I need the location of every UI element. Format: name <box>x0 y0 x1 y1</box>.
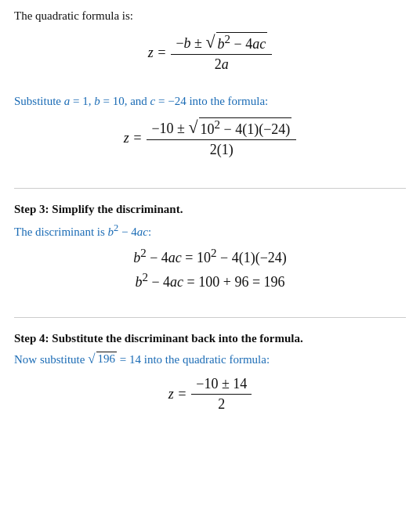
section-step4: Step 4: Substitute the discriminant back… <box>14 332 406 435</box>
divider-2 <box>14 317 406 318</box>
step3-heading: Step 3: Simplify the discriminant. <box>14 203 406 216</box>
section-quadratic-formula: The quadratic formula is: z = −b ± √ b2 … <box>14 9 406 95</box>
sqrt-196-inline: √ 196 <box>88 352 117 366</box>
numerator-final: −10 ± 14 <box>191 376 252 395</box>
formula-lhs-final: z = <box>168 386 187 402</box>
section-substitute: Substitute a = 1, b = 10, and c = −24 in… <box>14 95 406 180</box>
sqrt-symbol-inline: √ <box>88 352 95 366</box>
formula-general: z = −b ± √ b2 − 4ac 2a <box>14 32 406 73</box>
sqrt-content-sub: 102 − 4(1)(−24) <box>199 117 292 138</box>
step3-text: The discriminant is b2 − 4ac: <box>14 222 406 239</box>
step3-line2: b2 − 4ac = 100 + 96 = 196 <box>14 271 406 290</box>
step4-heading: Step 4: Substitute the discriminant back… <box>14 332 406 345</box>
formula-lhs-general: z = <box>148 45 167 61</box>
formula-substituted: z = −10 ± √ 102 − 4(1)(−24) 2(1) <box>14 117 406 158</box>
sqrt-symbol-sub: √ <box>188 119 197 136</box>
sqrt-sub: √ 102 − 4(1)(−24) <box>188 117 291 138</box>
fraction-final: −10 ± 14 2 <box>191 376 252 413</box>
sqrt-content-general: b2 − 4ac <box>216 32 268 52</box>
denominator-sub: 2(1) <box>147 140 296 158</box>
numerator-general: −b ± √ b2 − 4ac <box>171 32 272 55</box>
denominator-general: 2a <box>171 55 272 73</box>
numerator-sub: −10 ± √ 102 − 4(1)(−24) <box>147 117 296 140</box>
fraction-general: −b ± √ b2 − 4ac 2a <box>171 32 272 73</box>
fraction-sub: −10 ± √ 102 − 4(1)(−24) 2(1) <box>147 117 296 158</box>
formula-final: z = −10 ± 14 2 <box>14 376 406 413</box>
sqrt-general: √ b2 − 4ac <box>205 32 267 52</box>
sqrt-content-inline: 196 <box>96 352 118 366</box>
step3-line1: b2 − 4ac = 102 − 4(1)(−24) <box>14 247 406 266</box>
divider-1 <box>14 188 406 189</box>
substitute-text: Substitute a = 1, b = 10, and c = −24 in… <box>14 95 406 108</box>
step4-text: Now substitute √ 196 = 14 into the quadr… <box>14 352 406 366</box>
formula-lhs-sub: z = <box>124 130 143 146</box>
denominator-final: 2 <box>191 395 252 413</box>
intro-text: The quadratic formula is: <box>14 9 406 23</box>
sqrt-symbol-general: √ <box>205 34 215 51</box>
section-step3: Step 3: Simplify the discriminant. The d… <box>14 203 406 309</box>
